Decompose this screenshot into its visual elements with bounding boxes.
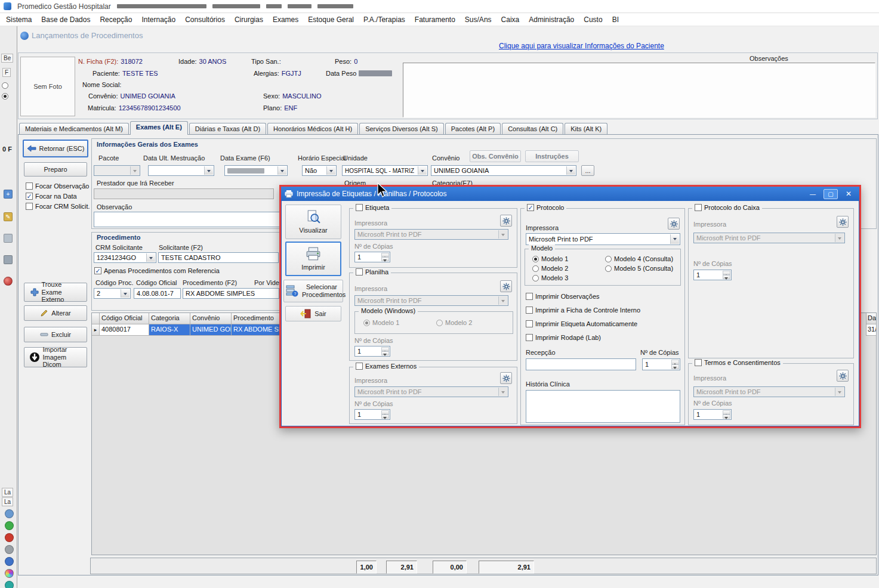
unidade-select[interactable]: HOSPITAL SQL - MATRIZ [342,165,428,176]
printer-settings-button[interactable] [837,370,849,382]
focar-crm-checkbox[interactable]: Focar CRM Solicit. [26,203,90,210]
tab-materiais[interactable]: Materiais e Medicamentos (Alt M) [19,123,129,135]
menu-base-de-dados[interactable]: Base de Dados [36,14,95,26]
record-icon[interactable] [4,277,13,286]
patient-info-link[interactable]: Clique aqui para visualizar Informações … [499,42,664,50]
protocolo-modelo4-radio[interactable]: Modelo 4 (Consulta) [605,255,673,262]
planilha-copies-spinner[interactable]: 1 [354,346,390,357]
menu-bi[interactable]: BI [607,14,624,26]
historia-clinica-textarea[interactable] [526,390,680,423]
retornar-button[interactable]: Retornar (ESC) [23,140,88,157]
col-convenio[interactable]: Convênio [190,313,232,324]
protocolo-caixa-printer-select[interactable]: Microsoft Print to PDF [693,233,845,243]
menu-recepcao[interactable]: Recepção [95,14,137,26]
tool-icon[interactable] [4,234,13,243]
protocolo-modelo1-radio[interactable]: Modelo 1 [532,255,568,262]
exames-externos-printer-select[interactable]: Microsoft Print to PDF [354,386,508,397]
observacao-input[interactable] [94,212,281,227]
tab-exames[interactable]: Exames (Alt E) [130,121,188,135]
termos-printer-select[interactable]: Microsoft Print to PDF [693,386,845,397]
cell-codigo-oficial[interactable]: 40808017 [100,324,149,336]
menu-sus-ans[interactable]: Sus/Ans [460,14,496,26]
protocolo-copies-spinner[interactable]: 1 [642,358,680,370]
imprimir-etiqueta-auto-checkbox[interactable]: Imprimir Etiqueta Automaticamente [526,320,637,327]
prestador-field[interactable] [94,188,274,199]
protocolo-modelo3-radio[interactable]: Modelo 3 [532,274,568,281]
tab-pacotes[interactable]: Pacotes (Alt P) [445,123,501,135]
menu-custo[interactable]: Custo [579,14,607,26]
menu-sistema[interactable]: Sistema [1,14,36,26]
fragment-radio-2[interactable] [2,93,8,100]
apenas-referencia-checkbox[interactable]: Apenas Procedimentos com Referencia [94,267,220,274]
planilha-checkbox[interactable] [356,268,363,276]
row-selector-cell[interactable] [92,324,100,336]
etiqueta-copies-spinner[interactable]: 1 [354,252,390,262]
codigo-oficial-field[interactable]: 4.08.08.01-7 [134,288,181,299]
dialog-titlebar[interactable]: Impressão de Etiquetas / Planilhas / Pro… [281,187,859,201]
etiqueta-printer-select[interactable]: Microsoft Print to PDF [354,229,508,240]
spinner-arrows-icon[interactable] [723,271,730,279]
menu-internacao[interactable]: Internação [137,14,180,26]
pencil-icon[interactable]: ✎ [4,212,13,221]
protocolo-printer-select[interactable]: Microsoft Print to PDF [526,233,680,245]
obs-convenio-button[interactable]: Obs. Convênio [470,150,521,162]
info-icon[interactable] [5,557,14,566]
modelo1-radio[interactable]: Modelo 1 [363,319,399,326]
etiqueta-checkbox[interactable] [356,204,363,211]
spinner-arrows-icon[interactable] [723,410,730,419]
codigo-proc-select[interactable]: 2 [94,288,131,299]
printer-settings-button[interactable] [668,218,680,230]
termos-checkbox[interactable] [695,359,702,366]
imprimir-rodape-checkbox[interactable]: Imprimir Rodapé (Lab) [526,334,601,341]
menu-cirurgias[interactable]: Cirurgias [230,14,268,26]
spinner-arrows-icon[interactable] [671,360,679,369]
cell-categoria[interactable]: RAIOS-X [149,324,190,336]
protocolo-checkbox[interactable] [527,204,534,211]
convenio-ellipsis-button[interactable]: ... [581,165,594,176]
focar-na-data-checkbox[interactable]: Focar na Data [26,193,77,200]
tab-diarias[interactable]: Diárias e Taxas (Alt D) [189,123,266,135]
exames-externos-checkbox[interactable] [356,363,363,370]
menu-estoque-geral[interactable]: Estoque Geral [303,14,359,26]
data-exame-select[interactable] [224,165,288,176]
fragment-radio-1[interactable] [2,82,8,89]
printer-icon[interactable] [4,255,13,264]
exames-externos-copies-spinner[interactable]: 1 [354,409,390,420]
trouxe-exame-button[interactable]: Trouxe Exame Externo [24,283,87,302]
pacote-select[interactable] [94,165,140,176]
alterar-button[interactable]: Alterar [24,305,87,321]
protocolo-caixa-copies-spinner[interactable]: 1 [693,270,732,280]
close-icon[interactable] [841,189,856,199]
preparo-button[interactable]: Preparo [24,162,87,177]
spinner-arrows-icon[interactable] [381,347,389,355]
tab-consultas[interactable]: Consultas (Alt C) [502,123,563,135]
medical-cross-icon[interactable] [5,533,14,542]
importar-dicom-button[interactable]: Importar Imagem Dicom [24,347,87,367]
cell-data-fragment[interactable]: 31/0 [866,324,876,336]
imprimir-button[interactable]: Imprimir [285,242,341,276]
col-data-fragment[interactable]: Dat [866,313,876,324]
recepcao-input[interactable] [526,358,636,370]
procedimento-field[interactable]: RX ABDOME SIMPLES [183,288,279,299]
printer-settings-button[interactable] [500,280,512,292]
users-icon[interactable] [5,509,14,518]
imprimir-ficha-checkbox[interactable]: Imprimir a Ficha de Controle Interno [526,307,640,314]
data-ult-select[interactable] [148,165,214,176]
cell-convenio[interactable]: UNIMED GOI [190,324,232,336]
pinwheel-icon[interactable] [5,569,14,578]
focar-observacao-checkbox[interactable]: Focar Observação [26,182,89,190]
protocolo-modelo2-radio[interactable]: Modelo 2 [532,265,568,272]
spinner-arrows-icon[interactable] [381,410,389,419]
termos-copies-spinner[interactable]: 1 [693,409,732,420]
tab-servicos[interactable]: Serviços Diversos (Alt S) [359,123,444,135]
printer-settings-button[interactable] [500,372,512,384]
plus-icon[interactable]: + [4,190,13,199]
planilha-printer-select[interactable]: Microsoft Print to PDF [354,295,508,306]
printer-settings-button[interactable] [837,216,849,228]
tab-honorarios[interactable]: Honorários Médicos (Alt H) [267,123,358,135]
spinner-arrows-icon[interactable] [381,253,389,261]
menu-consultorios[interactable]: Consultórios [180,14,230,26]
sair-button[interactable]: Sair [285,306,341,321]
convenio-select[interactable]: UNIMED GOIANIA [431,165,576,176]
printer-settings-button[interactable] [500,215,512,227]
